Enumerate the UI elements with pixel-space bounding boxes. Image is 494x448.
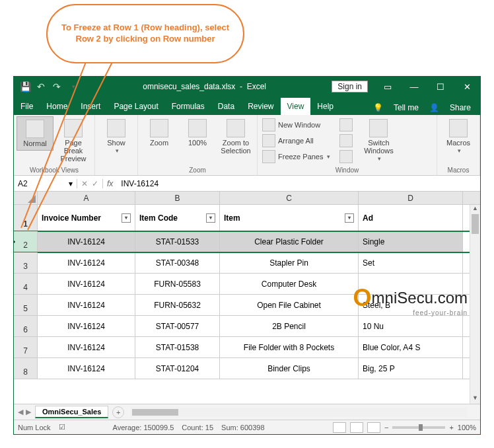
row-header[interactable]: 8 <box>14 358 38 379</box>
header-cell[interactable]: Ad <box>359 205 463 231</box>
filter-icon[interactable]: ▾ <box>345 213 354 223</box>
undo-icon[interactable]: ↶ <box>34 79 48 94</box>
header-cell[interactable]: Item Code▾ <box>135 205 220 231</box>
maximize-button[interactable]: ☐ <box>427 77 454 96</box>
cell[interactable]: STAT-00348 <box>135 252 220 273</box>
cell[interactable]: Single <box>359 231 463 252</box>
cell[interactable]: Set <box>359 252 463 273</box>
enter-formula-icon[interactable]: ✓ <box>92 179 98 188</box>
pagebreak-preview-button[interactable]: Page Break Preview <box>55 116 92 165</box>
row-header[interactable]: 2 <box>14 231 38 252</box>
col-header-a[interactable]: A <box>38 192 135 204</box>
cell[interactable]: Clear Plastic Folder <box>220 231 359 252</box>
tab-review[interactable]: Review <box>241 98 280 115</box>
tab-page-layout[interactable]: Page Layout <box>107 98 164 115</box>
zoom-level[interactable]: 100% <box>458 424 476 431</box>
row-header[interactable]: 5 <box>14 295 38 315</box>
freeze-panes-button[interactable]: Freeze Panes <box>260 149 332 165</box>
cell[interactable]: Computer Desk <box>220 274 359 294</box>
vertical-scrollbar[interactable]: ▲ ▼ <box>470 205 480 404</box>
split-button[interactable] <box>337 117 355 133</box>
cell[interactable]: INV-16124 <box>38 358 135 379</box>
filter-icon[interactable]: ▾ <box>122 213 131 223</box>
zoom-selection-button[interactable]: Zoom to Selection <box>217 116 254 157</box>
sheet-next-icon[interactable]: ▶ <box>26 408 31 416</box>
cell[interactable]: Binder Clips <box>220 358 359 379</box>
cell[interactable]: STAT-01533 <box>135 231 220 252</box>
cell[interactable] <box>359 274 463 294</box>
pagebreak-view-icon[interactable] <box>367 422 380 433</box>
tellme-button[interactable]: Tell me <box>390 100 423 115</box>
normal-view-button[interactable]: Normal <box>17 116 53 151</box>
cell[interactable]: 2B Pencil <box>220 316 359 336</box>
save-icon[interactable]: 💾 <box>18 79 32 94</box>
close-button[interactable]: ✕ <box>454 77 480 96</box>
cell[interactable]: FURN-05583 <box>135 274 220 294</box>
redo-icon[interactable]: ↷ <box>50 79 64 94</box>
cancel-formula-icon[interactable]: ✕ <box>81 179 88 188</box>
tab-insert[interactable]: Insert <box>74 98 107 115</box>
cell[interactable]: INV-16124 <box>38 337 135 357</box>
scroll-up-icon[interactable]: ▲ <box>470 205 480 214</box>
zoom-slider[interactable] <box>392 426 445 429</box>
tab-home[interactable]: Home <box>40 98 74 115</box>
show-dropdown-button[interactable]: Show <box>98 116 135 157</box>
switch-windows-button[interactable]: Switch Windows <box>360 116 397 165</box>
qat-dropdown-icon[interactable] <box>65 79 80 94</box>
minimize-button[interactable]: — <box>401 77 427 96</box>
cell[interactable]: Blue Color, A4 S <box>359 337 463 357</box>
zoom-in-button[interactable]: + <box>449 424 453 431</box>
tab-help[interactable]: Help <box>310 98 340 115</box>
cell[interactable]: STAT-01204 <box>135 358 220 379</box>
zoom-100-button[interactable]: 100% <box>179 116 216 149</box>
row-header[interactable]: 4 <box>14 274 38 294</box>
accessibility-icon[interactable]: ☑ <box>59 423 65 431</box>
cell[interactable]: INV-16124 <box>38 316 135 336</box>
page-layout-view-icon[interactable] <box>350 422 363 433</box>
horizontal-scrollbar[interactable] <box>131 408 467 417</box>
header-cell[interactable]: Invoice Number▾ <box>38 205 135 231</box>
scroll-thumb[interactable] <box>472 214 479 234</box>
sheet-tab[interactable]: OmniSecu_Sales <box>35 406 108 418</box>
cell[interactable]: STAT-00577 <box>135 316 220 336</box>
row-header-1[interactable]: 1 <box>14 205 38 231</box>
formula-input[interactable]: INV-16124 <box>117 179 480 188</box>
row-header[interactable]: 3 <box>14 252 38 273</box>
cell[interactable]: FURN-05632 <box>135 295 220 315</box>
macros-button[interactable]: Macros <box>440 116 477 157</box>
col-header-d[interactable]: D <box>359 192 463 204</box>
filter-icon[interactable]: ▾ <box>206 213 215 223</box>
tellme-icon[interactable]: 💡 <box>369 100 387 115</box>
cell[interactable]: INV-16124 <box>38 295 135 315</box>
row-header[interactable]: 7 <box>14 337 38 357</box>
zoom-button[interactable]: Zoom <box>141 116 178 149</box>
tab-formulas[interactable]: Formulas <box>165 98 211 115</box>
share-button[interactable]: Share <box>446 100 475 115</box>
zoom-out-button[interactable]: − <box>384 424 388 431</box>
scroll-down-icon[interactable]: ▼ <box>470 394 480 404</box>
ribbon-display-icon[interactable]: ▭ <box>374 77 401 96</box>
new-window-button[interactable]: New Window <box>260 117 332 133</box>
hide-button[interactable] <box>337 133 355 149</box>
add-sheet-button[interactable]: + <box>112 406 124 418</box>
signin-button[interactable]: Sign in <box>332 81 368 93</box>
select-all-corner[interactable] <box>14 192 38 204</box>
normal-view-icon[interactable] <box>333 422 346 433</box>
cell[interactable]: Big, 25 P <box>359 358 463 379</box>
cell[interactable]: INV-16124 <box>38 274 135 294</box>
share-icon[interactable]: 👤 <box>425 100 443 115</box>
cell[interactable]: INV-16124 <box>38 231 135 252</box>
row-header[interactable]: 6 <box>14 316 38 336</box>
cell[interactable]: Stapler Pin <box>220 252 359 273</box>
cell[interactable]: Open File Cabinet <box>220 295 359 315</box>
name-box[interactable]: A2 ▾ <box>14 179 77 188</box>
header-cell[interactable]: Item▾ <box>220 205 359 231</box>
cell[interactable]: STAT-01538 <box>135 337 220 357</box>
sheet-prev-icon[interactable]: ◀ <box>18 408 23 416</box>
cell[interactable]: INV-16124 <box>38 252 135 273</box>
col-header-b[interactable]: B <box>135 192 220 204</box>
cell[interactable]: 10 Nu <box>359 316 463 336</box>
tab-data[interactable]: Data <box>211 98 241 115</box>
cell[interactable]: File Folder with 8 Pockets <box>220 337 359 357</box>
tab-file[interactable]: File <box>14 98 40 115</box>
